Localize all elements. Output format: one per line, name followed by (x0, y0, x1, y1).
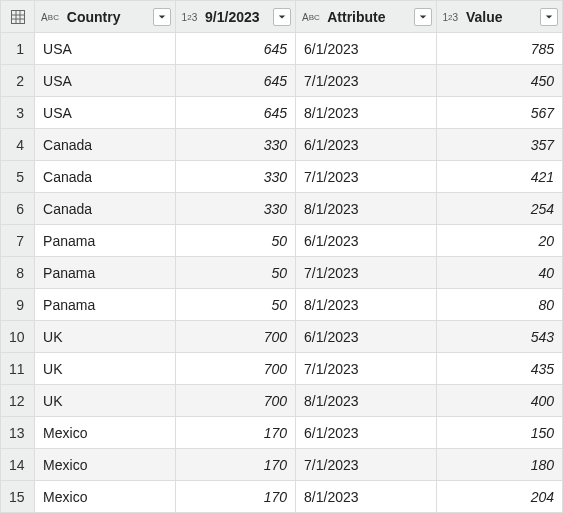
column-header-attribute[interactable]: ABC Attribute (296, 1, 437, 33)
row-number[interactable]: 10 (1, 321, 35, 353)
table-row[interactable]: 4Canada3306/1/2023357 (1, 129, 563, 161)
table-row[interactable]: 3USA6458/1/2023567 (1, 97, 563, 129)
table-row[interactable]: 15Mexico1708/1/2023204 (1, 481, 563, 513)
type-text-icon: ABC (41, 12, 59, 23)
cell-attribute[interactable]: 8/1/2023 (296, 385, 437, 417)
table-row[interactable]: 5Canada3307/1/2023421 (1, 161, 563, 193)
table-row[interactable]: 1USA6456/1/2023785 (1, 33, 563, 65)
column-header-sep1[interactable]: 123 9/1/2023 (175, 1, 295, 33)
cell-attribute[interactable]: 7/1/2023 (296, 161, 437, 193)
row-number[interactable]: 2 (1, 65, 35, 97)
cell-value[interactable]: 204 (436, 481, 562, 513)
cell-country[interactable]: UK (35, 321, 176, 353)
cell-attribute[interactable]: 6/1/2023 (296, 321, 437, 353)
table-row[interactable]: 14Mexico1707/1/2023180 (1, 449, 563, 481)
cell-country[interactable]: USA (35, 65, 176, 97)
row-number[interactable]: 8 (1, 257, 35, 289)
cell-country[interactable]: Canada (35, 129, 176, 161)
cell-sep1[interactable]: 330 (175, 161, 295, 193)
row-number[interactable]: 3 (1, 97, 35, 129)
cell-attribute[interactable]: 6/1/2023 (296, 129, 437, 161)
cell-sep1[interactable]: 645 (175, 33, 295, 65)
cell-sep1[interactable]: 50 (175, 289, 295, 321)
cell-sep1[interactable]: 645 (175, 97, 295, 129)
table-row[interactable]: 7Panama506/1/202320 (1, 225, 563, 257)
row-number[interactable]: 7 (1, 225, 35, 257)
cell-country[interactable]: Panama (35, 257, 176, 289)
cell-value[interactable]: 20 (436, 225, 562, 257)
cell-sep1[interactable]: 700 (175, 321, 295, 353)
cell-country[interactable]: USA (35, 97, 176, 129)
filter-dropdown[interactable] (540, 8, 558, 26)
row-number[interactable]: 4 (1, 129, 35, 161)
cell-value[interactable]: 543 (436, 321, 562, 353)
cell-attribute[interactable]: 8/1/2023 (296, 97, 437, 129)
cell-sep1[interactable]: 170 (175, 417, 295, 449)
cell-country[interactable]: Canada (35, 193, 176, 225)
cell-sep1[interactable]: 50 (175, 257, 295, 289)
cell-sep1[interactable]: 700 (175, 385, 295, 417)
column-header-value[interactable]: 123 Value (436, 1, 562, 33)
row-number[interactable]: 12 (1, 385, 35, 417)
cell-attribute[interactable]: 7/1/2023 (296, 449, 437, 481)
cell-attribute[interactable]: 8/1/2023 (296, 193, 437, 225)
row-number[interactable]: 9 (1, 289, 35, 321)
cell-value[interactable]: 400 (436, 385, 562, 417)
cell-value[interactable]: 785 (436, 33, 562, 65)
cell-value[interactable]: 421 (436, 161, 562, 193)
cell-country[interactable]: Mexico (35, 417, 176, 449)
cell-sep1[interactable]: 170 (175, 481, 295, 513)
row-number[interactable]: 13 (1, 417, 35, 449)
cell-country[interactable]: Panama (35, 289, 176, 321)
filter-dropdown[interactable] (273, 8, 291, 26)
cell-country[interactable]: Canada (35, 161, 176, 193)
filter-dropdown[interactable] (153, 8, 171, 26)
cell-attribute[interactable]: 8/1/2023 (296, 289, 437, 321)
table-row[interactable]: 6Canada3308/1/2023254 (1, 193, 563, 225)
cell-sep1[interactable]: 170 (175, 449, 295, 481)
cell-attribute[interactable]: 8/1/2023 (296, 481, 437, 513)
cell-country[interactable]: UK (35, 353, 176, 385)
cell-value[interactable]: 180 (436, 449, 562, 481)
cell-attribute[interactable]: 6/1/2023 (296, 417, 437, 449)
table-row[interactable]: 8Panama507/1/202340 (1, 257, 563, 289)
table-row[interactable]: 9Panama508/1/202380 (1, 289, 563, 321)
cell-attribute[interactable]: 7/1/2023 (296, 257, 437, 289)
cell-country[interactable]: Mexico (35, 481, 176, 513)
cell-value[interactable]: 40 (436, 257, 562, 289)
cell-attribute[interactable]: 6/1/2023 (296, 225, 437, 257)
cell-value[interactable]: 80 (436, 289, 562, 321)
cell-sep1[interactable]: 330 (175, 129, 295, 161)
cell-country[interactable]: Panama (35, 225, 176, 257)
cell-sep1[interactable]: 50 (175, 225, 295, 257)
cell-country[interactable]: Mexico (35, 449, 176, 481)
row-number[interactable]: 6 (1, 193, 35, 225)
row-number[interactable]: 5 (1, 161, 35, 193)
row-number[interactable]: 14 (1, 449, 35, 481)
cell-value[interactable]: 567 (436, 97, 562, 129)
table-row[interactable]: 2USA6457/1/2023450 (1, 65, 563, 97)
column-header-country[interactable]: ABC Country (35, 1, 176, 33)
cell-sep1[interactable]: 700 (175, 353, 295, 385)
row-number[interactable]: 11 (1, 353, 35, 385)
cell-sep1[interactable]: 645 (175, 65, 295, 97)
table-row[interactable]: 10UK7006/1/2023543 (1, 321, 563, 353)
table-row[interactable]: 13Mexico1706/1/2023150 (1, 417, 563, 449)
table-row[interactable]: 11UK7007/1/2023435 (1, 353, 563, 385)
cell-value[interactable]: 254 (436, 193, 562, 225)
cell-attribute[interactable]: 6/1/2023 (296, 33, 437, 65)
cell-value[interactable]: 450 (436, 65, 562, 97)
select-all-corner[interactable] (1, 1, 35, 33)
row-number[interactable]: 15 (1, 481, 35, 513)
cell-country[interactable]: UK (35, 385, 176, 417)
cell-value[interactable]: 150 (436, 417, 562, 449)
cell-sep1[interactable]: 330 (175, 193, 295, 225)
cell-value[interactable]: 357 (436, 129, 562, 161)
row-number[interactable]: 1 (1, 33, 35, 65)
filter-dropdown[interactable] (414, 8, 432, 26)
cell-value[interactable]: 435 (436, 353, 562, 385)
table-row[interactable]: 12UK7008/1/2023400 (1, 385, 563, 417)
cell-attribute[interactable]: 7/1/2023 (296, 65, 437, 97)
cell-country[interactable]: USA (35, 33, 176, 65)
cell-attribute[interactable]: 7/1/2023 (296, 353, 437, 385)
